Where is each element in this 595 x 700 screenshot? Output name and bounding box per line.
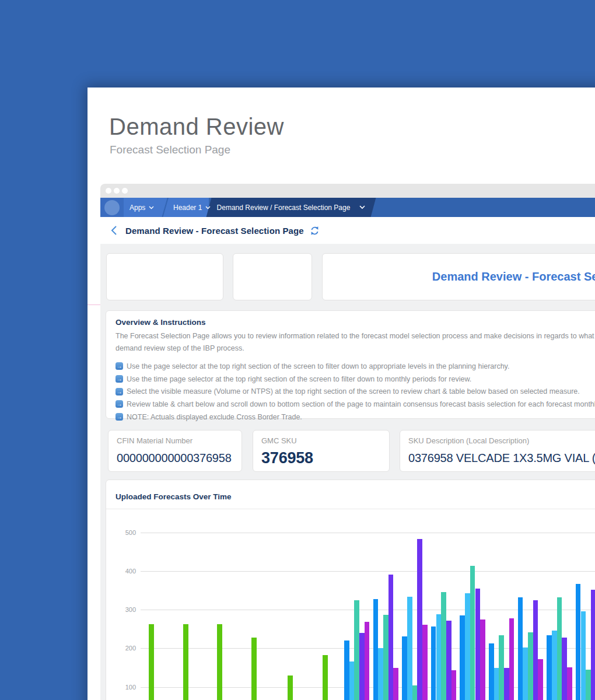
bar-violet [533, 600, 538, 700]
refresh-button[interactable] [310, 226, 320, 236]
list-item: → Use the time page selector at the top … [116, 373, 595, 386]
app-navbar: Apps Header 1 Demand Review / Forecast S… [100, 198, 595, 217]
info-card-sku-description: SKU Description (Local Description) 0376… [400, 430, 595, 472]
y-axis-label: 200 [113, 644, 136, 652]
card-label: GMC SKU [261, 436, 381, 445]
gridline [141, 571, 595, 572]
bar-cyan [552, 631, 557, 700]
bar-blue [489, 643, 494, 700]
bar-green-actuals-bars [288, 676, 293, 700]
chevron-down-icon [149, 206, 154, 209]
window-control-minimize[interactable] [114, 188, 120, 194]
bar-teal [586, 670, 591, 700]
bar-cyan [581, 611, 586, 700]
chevron-down-icon[interactable] [359, 205, 365, 209]
bar-teal [557, 597, 562, 700]
bar-violet [504, 668, 509, 700]
arrow-right-icon: → [116, 362, 123, 370]
placeholder-card-1 [106, 253, 223, 300]
page-subheader: Demand Review - Forecast Selection Page [100, 217, 595, 244]
nav-breadcrumb[interactable]: Demand Review / Forecast Selection Page [215, 198, 368, 217]
list-item: → Review table & chart below and scroll … [116, 398, 595, 411]
overview-paragraph-line1: The Forecast Selection Page allows you t… [116, 330, 595, 342]
bar-green-actuals-bars [149, 624, 154, 700]
bar-magenta [538, 659, 543, 700]
bar-teal [412, 685, 418, 700]
bar-violet [562, 638, 567, 700]
bar-magenta [365, 622, 370, 700]
design-background: Demand Review Forecast Selection Page Ap… [0, 0, 595, 700]
card-label: SKU Description (Local Description) [408, 436, 595, 445]
overview-bullets: → Use the page selector at the top right… [116, 360, 595, 423]
bar-cyan [465, 593, 470, 700]
nav-apps[interactable]: Apps [130, 198, 154, 217]
overview-panel: Overview & Instructions The Forecast Sel… [106, 310, 595, 419]
avatar-segment [100, 198, 124, 217]
bar-teal [354, 600, 359, 700]
gridline [141, 610, 595, 610]
bar-violet [591, 590, 595, 700]
bar-green-actuals-bars [183, 624, 188, 700]
bar-magenta [509, 618, 514, 700]
page-subtitle: Forecast Selection Page [110, 144, 230, 156]
bar-teal [441, 592, 446, 700]
bar-violet [475, 589, 481, 700]
list-item: → NOTE: Actuals displayed exclude Cross … [116, 411, 595, 424]
y-axis-label: 100 [113, 683, 136, 691]
chevron-down-icon [205, 206, 211, 209]
bar-cyan [436, 614, 442, 700]
breadcrumb-label: Demand Review / Forecast Selection Page [217, 204, 351, 212]
bar-magenta [393, 668, 398, 700]
arrow-right-icon: → [116, 400, 123, 408]
bar-cyan [494, 668, 499, 700]
window-control-close[interactable] [106, 188, 111, 194]
arrow-right-icon: → [116, 388, 123, 396]
nav-header1-label: Header 1 [173, 204, 202, 212]
bar-cyan [378, 648, 383, 700]
bar-cyan [349, 662, 355, 700]
bar-violet [446, 621, 452, 700]
bar-magenta [480, 620, 485, 700]
card-value: 0376958 VELCADE 1X3.5MG VIAL (2 [408, 452, 595, 465]
bar-violet [417, 539, 422, 700]
card-value: 000000000000376958 [117, 452, 232, 465]
bar-blue [547, 635, 552, 700]
bar-cyan [523, 648, 528, 700]
subheader-title: Demand Review - Forecast Selection Page [125, 226, 304, 236]
bar-teal [383, 615, 388, 700]
bar-teal [499, 635, 504, 700]
y-axis-label: 500 [113, 528, 136, 537]
bar-blue [518, 597, 523, 700]
window-control-maximize[interactable] [122, 188, 128, 194]
bar-violet [388, 575, 394, 700]
placeholder-card-2 [233, 253, 312, 300]
user-avatar[interactable] [104, 200, 120, 215]
y-axis-label: 300 [113, 606, 136, 614]
bar-magenta [422, 625, 428, 700]
bar-teal [528, 632, 533, 700]
arrow-right-icon: → [116, 413, 123, 421]
info-card-gmc-sku: GMC SKU 376958 [253, 430, 390, 472]
nav-header1[interactable]: Header 1 [173, 198, 211, 217]
title-card-text: Demand Review - Forecast Selection Page [432, 270, 595, 284]
bar-blue [431, 626, 436, 700]
overview-title: Overview & Instructions [116, 318, 206, 327]
overview-paragraph: The Forecast Selection Page allows you t… [116, 330, 595, 355]
bar-blue [576, 584, 581, 700]
bar-green-actuals-bars [217, 624, 222, 700]
bar-blue [460, 615, 465, 700]
bar-green-actuals-bars [323, 655, 328, 700]
chart-plot-area: 500400300200100 [106, 480, 595, 700]
back-button[interactable] [110, 225, 117, 236]
list-item: → Use the page selector at the top right… [116, 360, 595, 373]
design-canvas: Demand Review Forecast Selection Page Ap… [88, 88, 595, 700]
bar-cyan [407, 597, 412, 700]
chart-panel: Uploaded Forecasts Over Time 50040030020… [106, 480, 595, 700]
browser-titlebar [100, 184, 595, 198]
y-axis-label: 400 [113, 567, 136, 575]
gridline [141, 533, 595, 533]
card-value: 376958 [261, 449, 313, 467]
page-content: Demand Review - Forecast Selection Page … [100, 244, 595, 700]
title-card: Demand Review - Forecast Selection Page [322, 253, 595, 300]
arrow-right-icon: → [116, 375, 123, 383]
